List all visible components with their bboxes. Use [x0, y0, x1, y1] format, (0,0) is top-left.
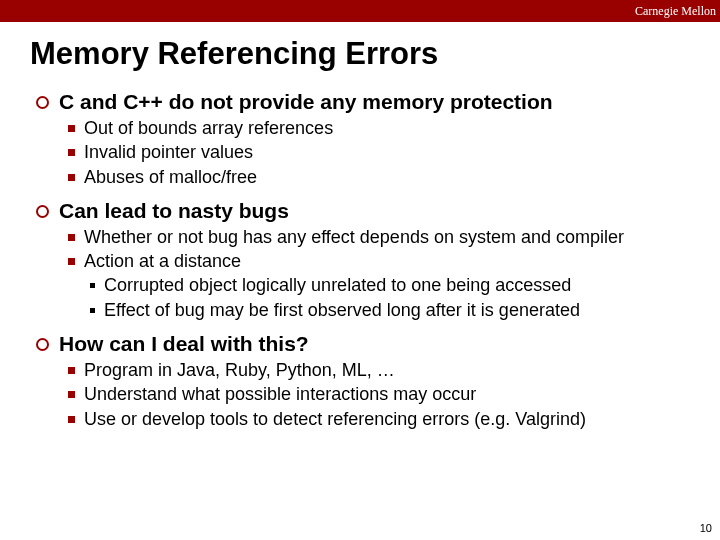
list-item-text: Program in Java, Ruby, Python, ML, …	[84, 358, 395, 382]
list-item: Understand what possible interactions ma…	[68, 382, 700, 406]
square-bullet-icon	[68, 258, 75, 265]
list-item-text: Action at a distance	[84, 249, 241, 273]
ring-bullet-icon	[36, 338, 49, 351]
list-item-text: Whether or not bug has any effect depend…	[84, 225, 624, 249]
list-item-text: Invalid pointer values	[84, 140, 253, 164]
list-item: Use or develop tools to detect referenci…	[68, 407, 700, 431]
square-bullet-icon	[68, 234, 75, 241]
section-heading-text: How can I deal with this?	[59, 332, 309, 356]
list-item: Invalid pointer values	[68, 140, 700, 164]
section-heading: How can I deal with this?	[36, 332, 700, 356]
sub-list-item-text: Effect of bug may be first observed long…	[104, 298, 580, 322]
list-item-text: Out of bounds array references	[84, 116, 333, 140]
section-heading: C and C++ do not provide any memory prot…	[36, 90, 700, 114]
page-number: 10	[700, 522, 712, 534]
sub-list-item-text: Corrupted object logically unrelated to …	[104, 273, 571, 297]
list-item: Action at a distance	[68, 249, 700, 273]
header-bar: Carnegie Mellon	[0, 0, 720, 22]
square-bullet-icon	[68, 149, 75, 156]
list-item-text: Understand what possible interactions ma…	[84, 382, 476, 406]
list-item: Whether or not bug has any effect depend…	[68, 225, 700, 249]
list-item: Abuses of malloc/free	[68, 165, 700, 189]
ring-bullet-icon	[36, 205, 49, 218]
list-item: Out of bounds array references	[68, 116, 700, 140]
square-bullet-icon	[68, 367, 75, 374]
slide-content: C and C++ do not provide any memory prot…	[44, 90, 700, 431]
sub-list-item: Effect of bug may be first observed long…	[90, 298, 700, 322]
square-bullet-icon	[68, 174, 75, 181]
list-item-text: Abuses of malloc/free	[84, 165, 257, 189]
sub-list-item: Corrupted object logically unrelated to …	[90, 273, 700, 297]
section-heading: Can lead to nasty bugs	[36, 199, 700, 223]
section-heading-text: C and C++ do not provide any memory prot…	[59, 90, 553, 114]
square-bullet-icon	[68, 391, 75, 398]
list-item-text: Use or develop tools to detect referenci…	[84, 407, 586, 431]
ring-bullet-icon	[36, 96, 49, 109]
small-square-bullet-icon	[90, 308, 95, 313]
list-item: Program in Java, Ruby, Python, ML, …	[68, 358, 700, 382]
brand-label: Carnegie Mellon	[635, 4, 716, 19]
square-bullet-icon	[68, 416, 75, 423]
small-square-bullet-icon	[90, 283, 95, 288]
slide-title: Memory Referencing Errors	[30, 36, 720, 72]
square-bullet-icon	[68, 125, 75, 132]
section-heading-text: Can lead to nasty bugs	[59, 199, 289, 223]
